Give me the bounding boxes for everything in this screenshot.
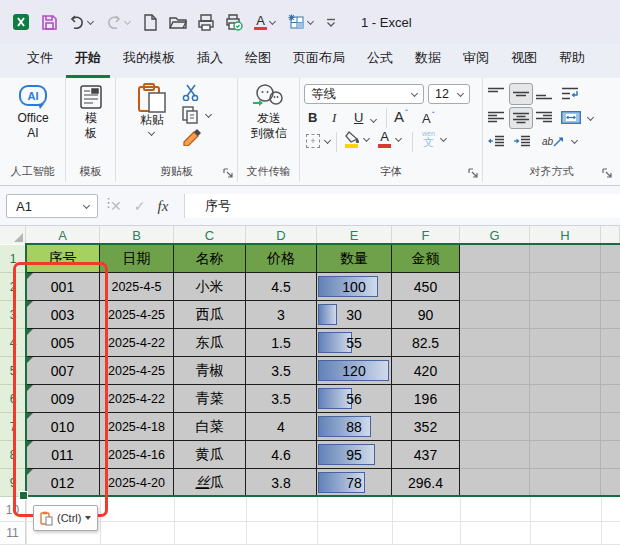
cell-empty[interactable] <box>530 357 601 385</box>
paste-button[interactable]: 粘贴 <box>130 83 174 136</box>
cell-F4[interactable]: 82.5 <box>392 329 460 357</box>
cell-empty[interactable] <box>460 245 530 273</box>
cell-E3[interactable]: 30 <box>317 301 392 329</box>
template-button[interactable]: 模 板 <box>74 83 108 141</box>
orientation-dropdown-icon[interactable] <box>571 138 579 144</box>
cell-C6[interactable]: 青菜 <box>174 385 246 413</box>
open-folder-icon[interactable] <box>169 15 187 30</box>
merge-center-button[interactable] <box>559 107 583 127</box>
name-box-dropdown-icon[interactable] <box>83 203 91 209</box>
row-header-11[interactable]: 11 <box>0 522 26 545</box>
cell-F3[interactable]: 90 <box>392 301 460 329</box>
cell-empty[interactable] <box>601 357 620 385</box>
cell-C2[interactable]: 小米 <box>174 273 246 301</box>
font-size-dropdown-icon[interactable] <box>457 91 465 97</box>
cell-D6[interactable]: 3.5 <box>246 385 317 413</box>
underline-dropdown-icon[interactable] <box>370 117 378 123</box>
grow-font-button[interactable]: Aˆ <box>394 108 408 125</box>
cell-D8[interactable]: 4.6 <box>246 441 317 469</box>
align-middle-button[interactable] <box>509 83 533 105</box>
paste-dropdown-icon[interactable] <box>148 130 156 136</box>
cell-empty[interactable] <box>530 469 601 497</box>
cell-empty[interactable] <box>460 273 530 301</box>
underline-button[interactable]: U <box>354 110 363 125</box>
font-size-select[interactable]: 12 <box>428 84 470 104</box>
increase-indent-button[interactable] <box>511 131 533 151</box>
font-color-ribbon-button[interactable]: A <box>378 130 403 148</box>
cell-D9[interactable]: 3.8 <box>246 469 317 497</box>
cell-D2[interactable]: 4.5 <box>246 273 317 301</box>
cell-empty[interactable] <box>530 385 601 413</box>
cell-F7[interactable]: 352 <box>392 413 460 441</box>
cell-empty[interactable] <box>601 301 620 329</box>
column-header-B[interactable]: B <box>100 226 174 244</box>
cell-E2[interactable]: 100 <box>317 273 392 301</box>
cell-empty[interactable] <box>460 301 530 329</box>
cell-empty[interactable] <box>460 385 530 413</box>
menu-tab-审阅[interactable]: 审阅 <box>454 43 498 78</box>
paste-options-dropdown-icon[interactable] <box>85 516 91 520</box>
office-ai-button[interactable]: AI Office AI <box>8 83 58 141</box>
font-color-ribbon-dropdown-icon[interactable] <box>395 136 403 142</box>
cell-header-金额[interactable]: 金额 <box>392 245 460 273</box>
column-header-A[interactable]: A <box>26 226 100 244</box>
cell-empty[interactable] <box>601 385 620 413</box>
cell-D4[interactable]: 1.5 <box>246 329 317 357</box>
column-header-E[interactable]: E <box>317 226 392 244</box>
column-header-C[interactable]: C <box>174 226 246 244</box>
cell-header-日期[interactable]: 日期 <box>100 245 174 273</box>
cell-B9[interactable]: 2025-4-20 <box>100 469 174 497</box>
print-icon[interactable] <box>225 14 243 31</box>
align-center-button[interactable] <box>509 107 533 129</box>
align-top-button[interactable] <box>485 83 507 103</box>
bold-button[interactable]: B <box>308 110 317 125</box>
cell-E5[interactable]: 120 <box>317 357 392 385</box>
cell-C3[interactable]: 西瓜 <box>174 301 246 329</box>
format-painter-button[interactable] <box>182 128 202 150</box>
cell-F8[interactable]: 437 <box>392 441 460 469</box>
cell-empty[interactable] <box>460 357 530 385</box>
cell-C9[interactable]: 丝瓜 <box>174 469 246 497</box>
cell-empty[interactable] <box>601 441 620 469</box>
cell-header-价格[interactable]: 价格 <box>246 245 317 273</box>
cell-C4[interactable]: 东瓜 <box>174 329 246 357</box>
cancel-entry-icon[interactable]: ✕ <box>110 198 122 214</box>
cell-E9[interactable]: 78 <box>317 469 392 497</box>
column-header-H[interactable]: H <box>530 226 601 244</box>
cell-header-数量[interactable]: 数量 <box>317 245 392 273</box>
borders-dropdown-icon[interactable] <box>324 138 332 144</box>
menu-tab-开始[interactable]: 开始 <box>66 43 110 78</box>
copy-button[interactable] <box>182 106 213 124</box>
borders-button[interactable]: + <box>306 134 332 148</box>
copy-dropdown-icon[interactable] <box>205 112 213 118</box>
cell-header-名称[interactable]: 名称 <box>174 245 246 273</box>
table-style-dropdown-icon[interactable] <box>307 19 315 25</box>
cell-B8[interactable]: 2025-4-16 <box>100 441 174 469</box>
cell-E7[interactable]: 88 <box>317 413 392 441</box>
cell-B2[interactable]: 2025-4-5 <box>100 273 174 301</box>
align-left-button[interactable] <box>485 107 507 127</box>
cell-empty[interactable] <box>601 273 620 301</box>
cell-B3[interactable]: 2025-4-25 <box>100 301 174 329</box>
menu-tab-文件[interactable]: 文件 <box>18 43 62 78</box>
font-color-dropdown-icon[interactable] <box>269 19 277 25</box>
menu-tab-我的模板[interactable]: 我的模板 <box>114 43 184 78</box>
menu-tab-视图[interactable]: 视图 <box>502 43 546 78</box>
cell-empty[interactable] <box>530 301 601 329</box>
cell-F5[interactable]: 420 <box>392 357 460 385</box>
align-right-button[interactable] <box>533 107 555 127</box>
confirm-entry-icon[interactable]: ✓ <box>134 198 146 214</box>
send-wechat-button[interactable]: 发送 到微信 <box>244 83 294 141</box>
cell-C8[interactable]: 黄瓜 <box>174 441 246 469</box>
menu-tab-绘图[interactable]: 绘图 <box>236 43 280 78</box>
cell-empty[interactable] <box>460 441 530 469</box>
italic-button[interactable]: I <box>332 110 336 126</box>
cell-empty[interactable] <box>601 413 620 441</box>
decrease-indent-button[interactable] <box>485 131 507 151</box>
name-box[interactable]: A1 <box>6 194 98 218</box>
orientation-button[interactable]: ab <box>539 131 567 151</box>
menu-tab-页面布局[interactable]: 页面布局 <box>284 43 354 78</box>
alignment-dialog-launcher-icon[interactable] <box>602 168 612 178</box>
cell-C7[interactable]: 白菜 <box>174 413 246 441</box>
cell-empty[interactable] <box>530 329 601 357</box>
